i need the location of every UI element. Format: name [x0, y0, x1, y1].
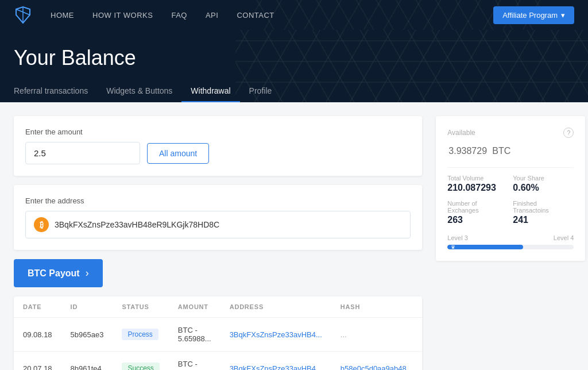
- header: HOME HOW IT WORKS FAQ API CONTACT Affili…: [0, 0, 588, 30]
- amount-row: All amount: [25, 142, 411, 164]
- total-volume-value: 210.087293: [447, 183, 508, 193]
- cell-address: 3BqkFXsZnsPze33avHB4...: [220, 352, 331, 371]
- exchanges-stat: Number of Exchanges 263: [447, 200, 508, 225]
- help-icon[interactable]: ?: [563, 128, 574, 138]
- all-amount-button[interactable]: All amount: [147, 143, 209, 164]
- exchanges-label: Number of Exchanges: [447, 200, 508, 214]
- tab-profile[interactable]: Profile: [240, 82, 281, 102]
- cell-amount: BTC - 5.65988...: [169, 318, 220, 352]
- transactions-table-card: DATE ID STATUS AMOUNT ADDRESS HASH 09.08…: [14, 296, 422, 370]
- cell-status: Process: [113, 318, 168, 352]
- col-amount: AMOUNT: [169, 296, 220, 318]
- main-content: Enter the amount All amount Enter the ad…: [0, 102, 588, 370]
- table-row: 09.08.18 5b965ae3 Process BTC - 5.65988.…: [14, 318, 422, 352]
- amount-form-card: Enter the amount All amount: [14, 116, 422, 176]
- your-share-value: 0.60%: [513, 183, 574, 193]
- balance-card: Available ? 3.938729 BTC Total Volume 21…: [436, 116, 585, 261]
- address-row: ₿ 3BqkFXsZnsPze33avHB48eR9LKGjk78HD8C: [25, 211, 411, 238]
- tab-widgets[interactable]: Widgets & Buttons: [97, 82, 181, 102]
- your-share-label: Your Share: [513, 175, 574, 182]
- main-nav: HOME HOW IT WORKS FAQ API CONTACT: [51, 11, 274, 20]
- finished-label: Finished Transactoins: [513, 200, 574, 214]
- your-share-stat: Your Share 0.60%: [513, 175, 574, 193]
- status-badge: Process: [122, 329, 158, 340]
- crown-icon: ♛: [451, 245, 455, 249]
- col-hash: HASH: [331, 296, 423, 318]
- hero-section: Your Balance Referral transactions Widge…: [0, 30, 588, 102]
- transactions-table: DATE ID STATUS AMOUNT ADDRESS HASH 09.08…: [14, 296, 422, 370]
- address-label: Enter the address: [25, 196, 411, 205]
- hero-tabs: Referral transactions Widgets & Buttons …: [14, 82, 574, 102]
- tab-withdrawal[interactable]: Withdrawal: [181, 82, 239, 102]
- left-panel: Enter the amount All amount Enter the ad…: [14, 116, 422, 370]
- available-label-row: Available ?: [447, 128, 574, 138]
- status-badge: Success: [122, 363, 159, 370]
- page-title: Your Balance: [14, 46, 574, 70]
- address-form-card: Enter the address ₿ 3BqkFXsZnsPze33avHB4…: [14, 185, 422, 250]
- col-status: STATUS: [113, 296, 168, 318]
- logo-icon: [14, 6, 32, 24]
- address-value: 3BqkFXsZnsPze33avHB48eR9LKGjk78HD8C: [55, 220, 219, 229]
- balance-amount: 3.938729 BTC: [447, 140, 574, 158]
- cell-id: 5b965ae3: [61, 318, 113, 352]
- nav-faq[interactable]: FAQ: [171, 11, 187, 20]
- bitcoin-icon: ₿: [34, 217, 49, 232]
- cell-amount: BTC - 1.46698...: [169, 352, 220, 371]
- payout-button[interactable]: BTC Payout ›: [14, 259, 103, 287]
- level-left-label: Level 3: [447, 234, 467, 241]
- table-header: DATE ID STATUS AMOUNT ADDRESS HASH: [14, 296, 422, 318]
- payout-button-container: BTC Payout ›: [14, 259, 422, 287]
- level-right-label: Level 4: [554, 234, 574, 241]
- exchanges-value: 263: [447, 215, 508, 225]
- col-date: DATE: [14, 296, 61, 318]
- affiliate-program-button[interactable]: Affiliate Program ▾: [493, 6, 574, 24]
- cell-date: 20.07.18: [14, 352, 61, 371]
- stats-grid: Total Volume 210.087293 Your Share 0.60%…: [447, 167, 574, 225]
- level-bar-fill: ♛: [447, 245, 523, 249]
- cell-date: 09.08.18: [14, 318, 61, 352]
- cell-hash: b58e0c5d0aa9ab48...: [331, 352, 423, 371]
- table-row: 20.07.18 8b961te4 Success BTC - 1.46698.…: [14, 352, 422, 371]
- total-volume-label: Total Volume: [447, 175, 508, 182]
- level-progress-bar: ♛: [447, 245, 574, 249]
- tab-referral[interactable]: Referral transactions: [14, 82, 97, 102]
- cell-address: 3BqkFXsZnsPze33avHB4...: [220, 318, 331, 352]
- nav-api[interactable]: API: [206, 11, 218, 20]
- payout-chevron-icon: ›: [86, 267, 89, 279]
- nav-home[interactable]: HOME: [51, 11, 74, 20]
- cell-hash: ...: [331, 318, 423, 352]
- col-id: ID: [61, 296, 113, 318]
- nav-how-it-works[interactable]: HOW IT WORKS: [92, 11, 153, 20]
- cell-id: 8b961te4: [61, 352, 113, 371]
- right-panel: Available ? 3.938729 BTC Total Volume 21…: [436, 116, 585, 261]
- level-row: Level 3 Level 4: [447, 234, 574, 241]
- col-address: ADDRESS: [220, 296, 331, 318]
- finished-stat: Finished Transactoins 241: [513, 200, 574, 225]
- finished-value: 241: [513, 215, 574, 225]
- amount-input[interactable]: [25, 142, 140, 164]
- cell-status: Success: [113, 352, 168, 371]
- total-volume-stat: Total Volume 210.087293: [447, 175, 508, 193]
- amount-label: Enter the amount: [25, 128, 411, 136]
- table-body: 09.08.18 5b965ae3 Process BTC - 5.65988.…: [14, 318, 422, 371]
